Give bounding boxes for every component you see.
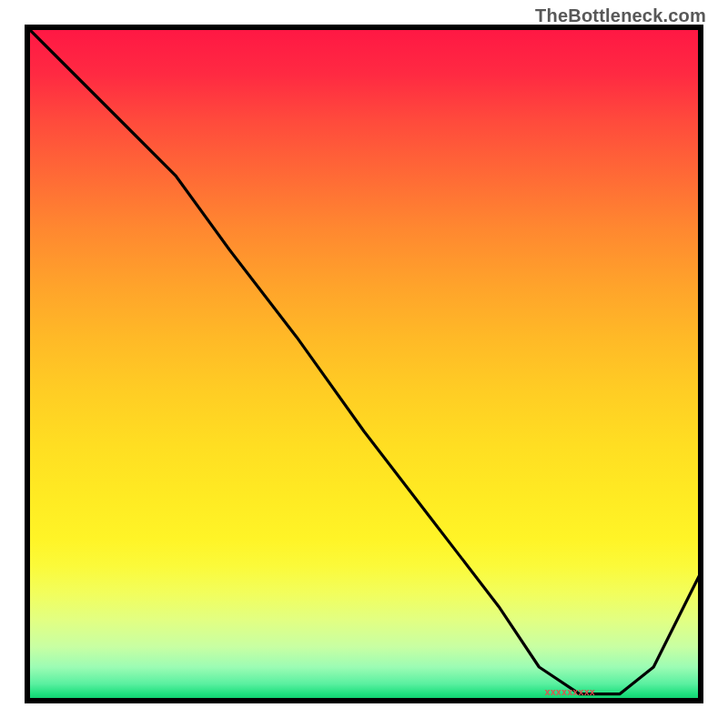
series-line <box>27 27 701 694</box>
chart-line-layer <box>27 27 701 701</box>
watermark-text: TheBottleneck.com <box>535 5 706 26</box>
chart-container: TheBottleneck.com xxxxxxxxx <box>0 0 728 728</box>
valley-marker-label: xxxxxxxxx <box>545 687 595 697</box>
